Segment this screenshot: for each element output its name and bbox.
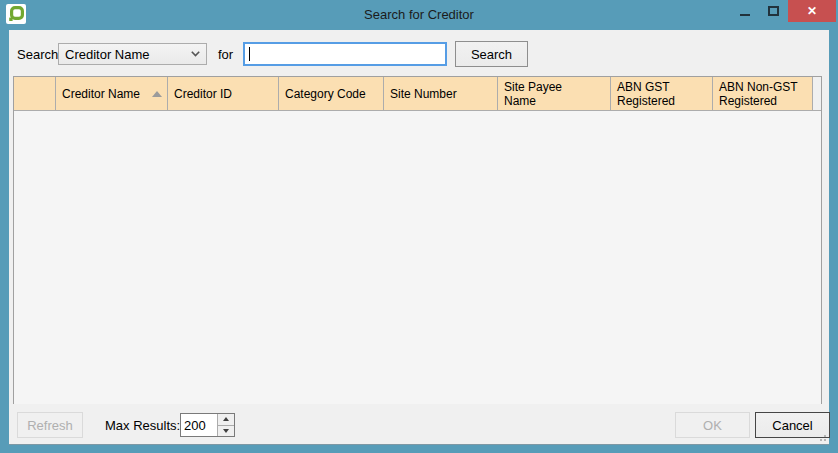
column-header-site-payee-name[interactable]: Site Payee Name [498, 77, 611, 110]
spinner-down-button[interactable] [218, 425, 234, 437]
minimize-icon [740, 14, 750, 16]
column-label: ABN GST Registered [617, 80, 675, 108]
spinner-up-button[interactable] [218, 414, 234, 425]
search-field-selected-value: Creditor Name [65, 47, 150, 62]
column-header-category-code[interactable]: Category Code [279, 77, 384, 110]
dialog-window: Search for Creditor ✕ Search Creditor Na… [0, 0, 838, 453]
spinner-buttons [217, 414, 234, 436]
ok-button[interactable]: OK [675, 412, 750, 438]
column-header-creditor-name[interactable]: Creditor Name [56, 77, 168, 110]
column-header-creditor-id[interactable]: Creditor ID [168, 77, 279, 110]
search-label: Search [17, 47, 58, 62]
sort-ascending-icon [152, 91, 162, 97]
grid-header: Creditor NameCreditor IDCategory CodeSit… [14, 77, 821, 111]
max-results-spinner [180, 413, 235, 437]
text-caret [249, 47, 250, 61]
chevron-down-icon [191, 51, 200, 57]
search-input-wrap [243, 42, 447, 66]
for-label: for [218, 47, 233, 62]
column-label: Category Code [285, 87, 366, 101]
resize-grip[interactable] [814, 429, 827, 442]
close-icon: ✕ [807, 5, 817, 17]
minimize-button[interactable] [730, 0, 759, 22]
column-label: Creditor ID [174, 87, 232, 101]
refresh-button[interactable]: Refresh [17, 412, 83, 438]
column-label: ABN Non-GST Registered [719, 80, 798, 108]
column-label: Site Payee Name [504, 80, 562, 108]
spinner-up-icon [223, 417, 229, 421]
close-button[interactable]: ✕ [788, 0, 836, 22]
max-results-value-wrap [181, 414, 217, 436]
max-results-input[interactable] [181, 414, 217, 436]
column-header-abn-gst-registered[interactable]: ABN GST Registered [611, 77, 713, 110]
column-label: Site Number [390, 87, 457, 101]
column-header-site-number[interactable]: Site Number [384, 77, 498, 110]
window-title: Search for Creditor [0, 7, 838, 22]
maximize-icon [768, 6, 779, 16]
maximize-button[interactable] [759, 0, 788, 22]
caption-buttons: ✕ [730, 0, 836, 22]
title-bar[interactable]: Search for Creditor ✕ [0, 0, 838, 30]
search-input[interactable] [245, 44, 445, 64]
search-button[interactable]: Search [455, 41, 528, 67]
dialog-content: Search Creditor Name for Search Creditor… [9, 30, 829, 445]
results-grid: Creditor NameCreditor IDCategory CodeSit… [13, 76, 822, 404]
grid-body [14, 111, 821, 404]
column-label: Creditor Name [62, 87, 140, 101]
column-header-abn-non-gst-registered[interactable]: ABN Non-GST Registered [713, 77, 813, 110]
column-header-row-selector[interactable] [14, 77, 56, 110]
search-field-dropdown[interactable]: Creditor Name [58, 43, 207, 65]
max-results-label: Max Results: [105, 418, 180, 433]
spinner-down-icon [223, 429, 229, 433]
